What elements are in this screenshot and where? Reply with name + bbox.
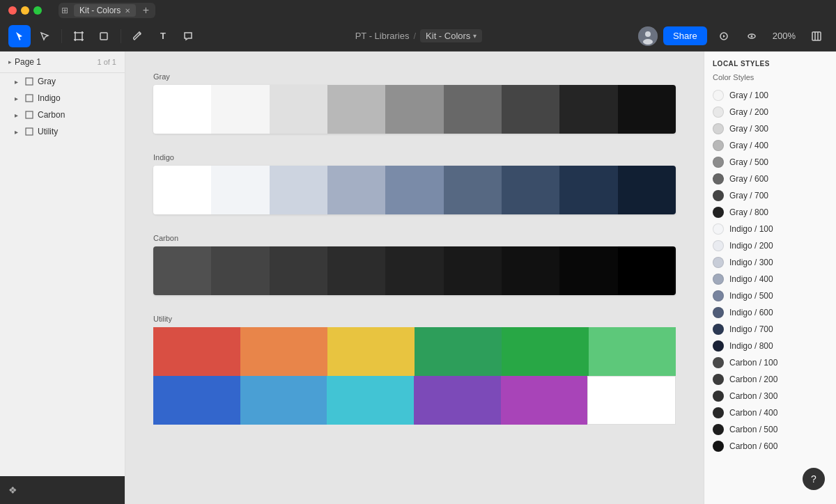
sidebar-bottom: ❖ [0, 476, 125, 504]
tab-close-icon[interactable]: ✕ [125, 7, 130, 15]
left-sidebar: ▸ Page 1 1 of 1 ▸ Gray ▸ Indigo ▸ Carbon [0, 52, 125, 504]
color-style-item[interactable]: Indigo / 600 [704, 304, 836, 321]
share-button[interactable]: Share [663, 26, 707, 45]
carbon-100-swatch [153, 246, 211, 295]
color-style-item[interactable]: Gray / 700 [704, 187, 836, 204]
color-style-item[interactable]: Indigo / 200 [704, 237, 836, 254]
maximize-button[interactable] [33, 6, 42, 15]
zoom-level-button[interactable]: 200% [768, 28, 800, 44]
gray-100-swatch [153, 85, 211, 134]
indigo-200-swatch [270, 166, 327, 214]
svg-marker-14 [723, 35, 725, 38]
main-layout: ▸ Page 1 1 of 1 ▸ Gray ▸ Indigo ▸ Carbon [0, 52, 836, 504]
right-panel: LOCAL STYLES Color Styles Gray / 100Gray… [704, 52, 836, 504]
select-tool-button[interactable] [8, 25, 31, 47]
sidebar-item-utility[interactable]: ▸ Utility [0, 123, 125, 140]
new-tab-button[interactable]: + [139, 4, 153, 17]
color-style-label: Carbon / 300 [729, 391, 777, 401]
sidebar-item-gray[interactable]: ▸ Gray [0, 73, 125, 90]
color-circle [713, 257, 724, 268]
color-circle [713, 324, 724, 335]
color-style-label: Indigo / 600 [729, 308, 773, 317]
green-dark-swatch [415, 327, 502, 376]
page-item[interactable]: ▸ Page 1 [8, 57, 41, 67]
carbon-swatches [153, 246, 676, 295]
sidebar-item-carbon[interactable]: ▸ Carbon [0, 107, 125, 123]
color-style-item[interactable]: Gray / 100 [704, 87, 836, 104]
component-icon[interactable]: ❖ [8, 485, 17, 496]
color-circle [713, 140, 724, 151]
color-style-item[interactable]: Gray / 200 [704, 104, 836, 120]
indigo-800-swatch [618, 166, 676, 214]
color-style-item[interactable]: Carbon / 200 [704, 371, 836, 388]
carbon-800-swatch [559, 246, 617, 295]
pen-tool-button[interactable] [127, 25, 149, 47]
color-style-item[interactable]: Gray / 600 [704, 171, 836, 187]
layer-expand-icon: ▸ [11, 110, 21, 120]
page-expand-icon: ▸ [8, 58, 12, 65]
color-style-item[interactable]: Carbon / 400 [704, 404, 836, 421]
text-tool-button[interactable]: T [152, 25, 174, 47]
indigo-150-swatch [211, 166, 269, 214]
layer-expand-icon: ▸ [11, 93, 21, 103]
breadcrumb-separator: / [413, 31, 416, 41]
carbon-300-swatch [270, 246, 327, 295]
color-style-label: Indigo / 700 [729, 324, 773, 334]
utility-row-1 [153, 327, 676, 376]
layer-expand-icon: ▸ [11, 127, 21, 136]
play-button[interactable] [713, 25, 735, 47]
page-label: Page 1 [15, 57, 41, 67]
svg-rect-22 [26, 111, 33, 118]
color-style-item[interactable]: Indigo / 700 [704, 321, 836, 338]
gray-300-swatch [327, 85, 385, 134]
sidebar-item-indigo[interactable]: ▸ Indigo [0, 90, 125, 107]
active-tab[interactable]: Kit - Colors ✕ [74, 4, 136, 17]
indigo-700-swatch [559, 166, 617, 214]
color-style-item[interactable]: Gray / 500 [704, 154, 836, 171]
color-circle [713, 424, 724, 435]
minimize-button[interactable] [21, 6, 29, 15]
color-style-item[interactable]: Carbon / 300 [704, 388, 836, 404]
shape-tool-button[interactable] [93, 25, 115, 47]
breadcrumb-current-item[interactable]: Kit - Colors ▾ [420, 29, 482, 42]
page-count: 1 of 1 [97, 58, 116, 66]
utility-group-label: Utility [153, 315, 676, 323]
color-style-item[interactable]: Indigo / 500 [704, 288, 836, 304]
indigo-600-swatch [502, 166, 559, 214]
comment-tool-button[interactable] [177, 25, 199, 47]
carbon-900-swatch [618, 246, 676, 295]
color-style-item[interactable]: Carbon / 100 [704, 354, 836, 371]
color-style-label: Gray / 500 [729, 157, 768, 167]
color-style-item[interactable]: Gray / 300 [704, 120, 836, 137]
pointer-tool-button[interactable] [33, 25, 56, 47]
color-style-item[interactable]: Indigo / 300 [704, 254, 836, 271]
color-style-item[interactable]: Carbon / 600 [704, 438, 836, 455]
color-style-item[interactable]: Gray / 800 [704, 204, 836, 221]
help-button[interactable]: ? [803, 468, 825, 490]
color-circle [713, 290, 724, 301]
breadcrumb-library[interactable]: PT - Libraries [355, 31, 410, 41]
color-style-item[interactable]: Indigo / 100 [704, 221, 836, 237]
grid-icon[interactable]: ⊞ [61, 6, 71, 15]
frame-icon [25, 127, 33, 136]
svg-rect-21 [26, 95, 33, 102]
carbon-group-label: Carbon [153, 234, 676, 242]
svg-rect-23 [26, 128, 33, 135]
color-style-label: Gray / 100 [729, 90, 768, 100]
indigo-group: Indigo [153, 153, 676, 214]
close-button[interactable] [8, 6, 17, 15]
color-circle [713, 123, 724, 134]
panel-toggle-button[interactable] [805, 25, 828, 47]
color-circle [713, 441, 724, 452]
svg-point-12 [643, 39, 653, 45]
color-style-item[interactable]: Carbon / 500 [704, 421, 836, 438]
indigo-400-swatch [385, 166, 443, 214]
toolbar-center: PT - Libraries / Kit - Colors ▾ [202, 29, 635, 42]
canvas-area[interactable]: Gray Indigo [125, 52, 704, 504]
color-style-item[interactable]: Gray / 400 [704, 137, 836, 154]
view-button[interactable] [741, 25, 763, 47]
color-circle [713, 107, 724, 118]
frame-tool-button[interactable] [68, 25, 90, 47]
color-style-item[interactable]: Indigo / 800 [704, 338, 836, 354]
color-style-item[interactable]: Indigo / 400 [704, 271, 836, 288]
